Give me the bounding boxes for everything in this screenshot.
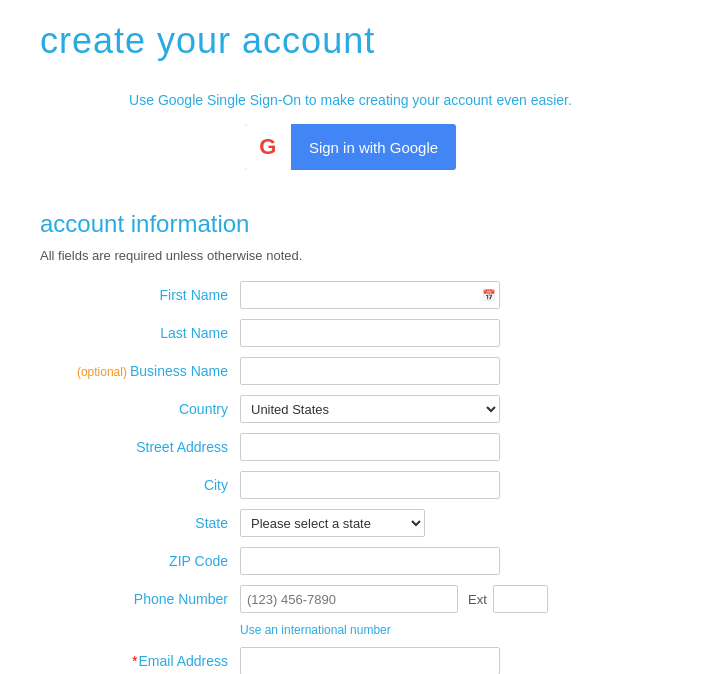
google-icon-wrapper: G <box>245 124 291 170</box>
street-address-input[interactable] <box>240 433 500 461</box>
google-sso-section: Use Google Single Sign-On to make creati… <box>40 92 661 170</box>
google-g-icon: G <box>259 134 276 160</box>
intl-number-link[interactable]: Use an international number <box>240 623 661 637</box>
business-name-label: (optional)Business Name <box>40 363 240 379</box>
google-sso-text: Use Google Single Sign-On to make creati… <box>40 92 661 108</box>
last-name-input[interactable] <box>240 319 500 347</box>
street-address-label: Street Address <box>40 439 240 455</box>
country-row: Country United StatesCanadaMexicoUnited … <box>40 395 661 423</box>
city-input[interactable] <box>240 471 500 499</box>
account-form: First Name 📅 Last Name (optional)Busines… <box>40 281 661 674</box>
phone-row-inner: Ext <box>240 585 548 613</box>
state-label: State <box>40 515 240 531</box>
first-name-row: First Name 📅 <box>40 281 661 309</box>
last-name-row: Last Name <box>40 319 661 347</box>
ext-input[interactable] <box>493 585 548 613</box>
page-title: create your account <box>40 20 661 62</box>
country-select[interactable]: United StatesCanadaMexicoUnited KingdomA… <box>240 395 500 423</box>
zip-code-label: ZIP Code <box>40 553 240 569</box>
business-name-row: (optional)Business Name <box>40 357 661 385</box>
street-address-row: Street Address <box>40 433 661 461</box>
first-name-input[interactable] <box>240 281 500 309</box>
email-address-label: *Email Address <box>40 653 240 669</box>
ext-label: Ext <box>468 592 487 607</box>
google-btn-label: Sign in with Google <box>291 139 456 156</box>
state-select[interactable]: Please select a stateAlabamaAlaskaArizon… <box>240 509 425 537</box>
business-name-input[interactable] <box>240 357 500 385</box>
last-name-label: Last Name <box>40 325 240 341</box>
required-note: All fields are required unless otherwise… <box>40 248 661 263</box>
optional-tag: (optional) <box>77 365 127 379</box>
first-name-label: First Name <box>40 287 240 303</box>
city-label: City <box>40 477 240 493</box>
city-row: City <box>40 471 661 499</box>
phone-number-row: Phone Number Ext <box>40 585 661 613</box>
zip-code-input[interactable] <box>240 547 500 575</box>
email-address-row: *Email Address <box>40 647 661 674</box>
zip-code-row: ZIP Code <box>40 547 661 575</box>
state-row: State Please select a stateAlabamaAlaska… <box>40 509 661 537</box>
email-asterisk: * <box>132 653 137 669</box>
section-title: account information <box>40 210 661 238</box>
phone-input[interactable] <box>240 585 458 613</box>
google-sign-in-button[interactable]: G Sign in with Google <box>245 124 456 170</box>
country-label: Country <box>40 401 240 417</box>
phone-number-label: Phone Number <box>40 591 240 607</box>
email-input[interactable] <box>240 647 500 674</box>
first-name-wrapper: 📅 <box>240 281 500 309</box>
